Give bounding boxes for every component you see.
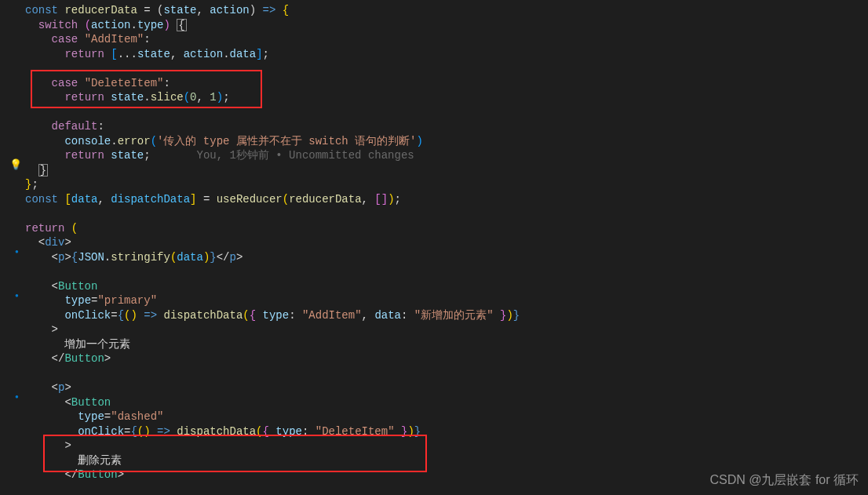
code-line[interactable]: ● <Button xyxy=(0,279,868,294)
code-line[interactable]: <p>{JSON.stringify(data)}</p> xyxy=(0,250,868,265)
code-line[interactable]: case "AddItem": xyxy=(0,32,868,47)
code-line[interactable]: ● <div> xyxy=(0,235,868,250)
gutter-dot-icon: ● xyxy=(15,289,19,304)
code-line[interactable]: switch (action.type) { xyxy=(0,18,868,33)
code-line[interactable]: onClick={() => dispatchData({ type: "Add… xyxy=(0,308,868,323)
code-line[interactable]: return [...state, action.data]; xyxy=(0,47,868,62)
code-line[interactable]: type="primary" xyxy=(0,293,868,308)
code-line[interactable]: ● <p> xyxy=(0,380,868,395)
code-line[interactable]: 💡 return state; You, 1秒钟前 • Uncommitted … xyxy=(0,148,868,163)
code-line[interactable]: }; xyxy=(0,177,868,192)
code-line[interactable] xyxy=(0,366,868,381)
code-line[interactable]: <Button xyxy=(0,395,868,410)
code-line[interactable]: } xyxy=(0,163,868,178)
watermark: CSDN @九层嵌套 for 循环 xyxy=(709,472,859,489)
code-line[interactable] xyxy=(0,61,868,76)
code-line[interactable]: > xyxy=(0,439,868,453)
gutter-dot-icon: ● xyxy=(15,390,19,405)
code-line[interactable]: return ( xyxy=(0,221,868,236)
code-line[interactable]: 删除元素 xyxy=(0,453,868,468)
code-line[interactable]: </Button> xyxy=(0,351,868,366)
code-line[interactable]: return state.slice(0, 1); xyxy=(0,90,868,105)
code-line[interactable]: type="dashed" xyxy=(0,409,868,424)
code-line[interactable]: case "DeleteItem": xyxy=(0,76,868,91)
code-line[interactable]: console.error('传入的 type 属性并不在于 switch 语句… xyxy=(0,134,868,149)
code-line[interactable] xyxy=(0,206,868,221)
code-line[interactable] xyxy=(0,264,868,279)
lightbulb-icon[interactable]: 💡 xyxy=(9,158,22,173)
code-line[interactable]: onClick={() => dispatchData({ type: "Del… xyxy=(0,424,868,439)
code-line[interactable]: const [data, dispatchData] = useReducer(… xyxy=(0,192,868,207)
code-editor[interactable]: const reducerData = (state, action) => {… xyxy=(0,0,868,482)
code-line[interactable]: > xyxy=(0,322,868,337)
code-line[interactable]: 增加一个元素 xyxy=(0,337,868,352)
gutter-dot-icon: ● xyxy=(15,245,19,260)
code-line[interactable]: default: xyxy=(0,119,868,134)
code-line[interactable]: const reducerData = (state, action) => { xyxy=(0,3,868,18)
git-blame-hint: You, 1秒钟前 • Uncommitted changes xyxy=(196,149,414,162)
code-line[interactable] xyxy=(0,105,868,120)
